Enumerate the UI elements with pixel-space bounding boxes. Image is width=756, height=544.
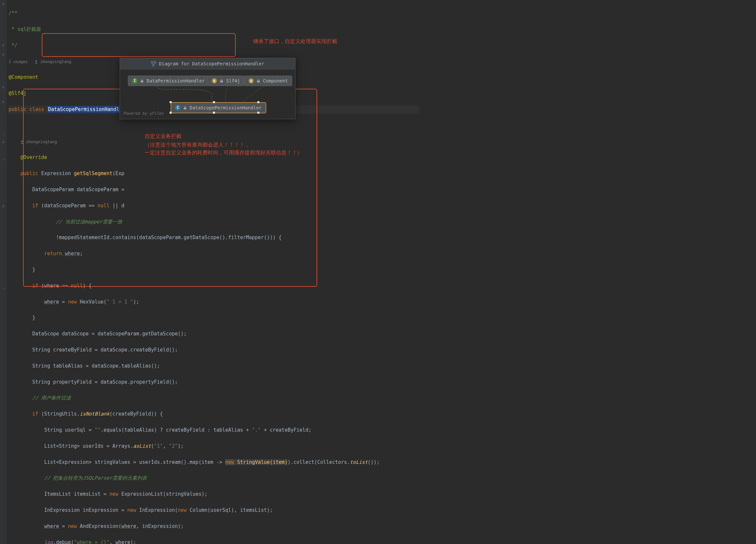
kw-new-hl: new [225,459,234,465]
annotation-icon: @ [248,78,254,83]
code-line: String tableAlias = dataScope.tableAlias… [32,363,160,369]
kw-new: new [178,507,187,513]
lock-icon [220,79,224,83]
code-line: DataScopeParam dataScopeParam = [32,187,127,193]
comment: // 把集合转变为JSQLParser需要的元素列表 [44,475,147,481]
code-text: + createByField; [261,427,312,433]
static-method: isNotBlank [80,411,109,417]
string: " 1 = 1 " [106,299,133,305]
string: "." [252,427,261,433]
code-text: (StringUtils. [38,411,80,417]
annotation-label-mid1: 自定义业务拦截 [145,132,181,141]
code-text: ) { [83,283,92,289]
kw-new: new [68,299,77,305]
eq: = [59,523,68,529]
method-arg-stub: (Exp [112,171,124,177]
author-hint[interactable]: zhongxingtang [20,140,57,144]
usages-hint[interactable]: 2 usages zhongxingtang [9,59,71,64]
comment: // 用户条件过滤 [32,395,71,401]
doc-close: */ [9,42,17,48]
code-text: (createByField)) { [109,411,163,417]
kw-if: if [32,283,38,289]
code-text: String userSql = [44,427,95,433]
doc-body: * sql拦截器 [9,26,41,32]
code-text: List<Expression> stringValues = userIds.… [44,459,225,465]
class-name-selected[interactable]: DataScopePermissionHandler [47,106,126,113]
kw-null: null [71,283,83,289]
code-text: ).collect(Collectors. [288,459,350,465]
annotation-component: @Component [9,74,38,80]
code-text: ( [151,443,154,449]
interface-icon: I [132,78,137,83]
resize-handle[interactable] [257,101,259,103]
kw-if: if [32,203,38,209]
diagram-node-interface[interactable]: I DataPermissionHandler [128,76,209,86]
var-where: where [44,299,59,305]
resize-handle[interactable] [213,112,215,114]
code-text: .debug( [53,539,74,544]
diagram-node-slf4j[interactable]: @ Slf4j [207,76,244,86]
resize-handle[interactable] [257,112,259,114]
annotation-label-top: 继承了接口，自定义处理器实现拦截 [253,37,337,46]
code-text: , [109,539,115,544]
string: "where = {}" [74,539,109,544]
resize-handle[interactable] [170,112,172,114]
code-text: ); [130,539,136,544]
semi: ; [80,251,83,257]
diagram-canvas[interactable]: I DataPermissionHandler @ Slf4j @ Compon… [120,70,295,119]
svg-rect-3 [154,61,156,63]
diagram-icon [151,61,156,66]
annotation-override: @Override [20,154,47,160]
kw-if: if [32,411,38,417]
svg-point-0 [35,60,37,61]
code-text: || d [109,203,124,209]
code-text: ItemsList itemsList = [44,491,109,497]
ctor-call-hl: StringValue(item) [234,459,288,465]
kw-null: null [98,203,109,209]
method-name[interactable]: getSqlSegment [74,171,112,177]
kw-public2: public [20,171,41,177]
gutter: ⊖ ⊖ ⊖ ⊖ ⊖ ⌄ ⊖ ⌄ ⊖ ⌄ [0,0,7,544]
lock-icon [183,106,187,110]
field-log: log [44,539,53,544]
kw-return: return [44,251,62,257]
code-text: HexValue( [77,299,106,305]
var-where: where [62,251,80,257]
eq: = [59,299,68,305]
code-text: , inExpression); [136,523,184,529]
doc-open: /** [9,10,17,16]
type: DataScope [32,331,59,337]
diagram-title: Diagram for DataScopePermissionHandler [120,58,295,70]
code-text: ExpressionList(stringValues); [118,491,207,497]
resize-handle[interactable] [170,101,172,103]
diagram-node-selected-class[interactable]: C DataScopePermissionHandler [171,103,266,113]
code-line: !mappedStatementId.contains(dataScopePar… [56,235,282,241]
lock-icon [256,79,260,83]
code-text: Column(userSql), itemsList); [187,507,273,513]
code-text: AndExpression( [77,523,121,529]
code-text: .equals(tableAlias) ? createByField : ta… [101,427,252,433]
kw-new: new [68,523,77,529]
code-text: ); [133,299,139,305]
var-where: where [44,523,59,529]
string: "" [95,427,101,433]
svg-rect-4 [153,64,154,66]
diagram-node-component[interactable]: @ Component [244,76,292,86]
return-type: Expression [41,171,74,177]
code-text: ()); [368,459,380,465]
svg-rect-5 [141,81,143,83]
svg-rect-6 [220,81,223,83]
code-line: String propertyField = dataScope.propert… [32,379,178,385]
lock-icon [140,79,144,83]
code-text: (dataScopeParam == [38,203,98,209]
static-method: toList [350,459,368,465]
var-where: where [115,539,130,544]
annotation-label-mid2: （注意这个地方所有查询都会进入！！！！， [145,141,250,149]
svg-point-1 [21,140,23,142]
code-text: (where == [38,283,71,289]
annotation-label-mid3: 一定注意自定义业务的耗费时间，可用缓存提前埋好关联信息！！） [145,149,302,157]
resize-handle[interactable] [213,101,215,103]
kw-public: public [9,107,26,112]
string: "1" [154,443,163,449]
diagram-popup[interactable]: Diagram for DataScopePermissionHandler I… [120,58,295,119]
